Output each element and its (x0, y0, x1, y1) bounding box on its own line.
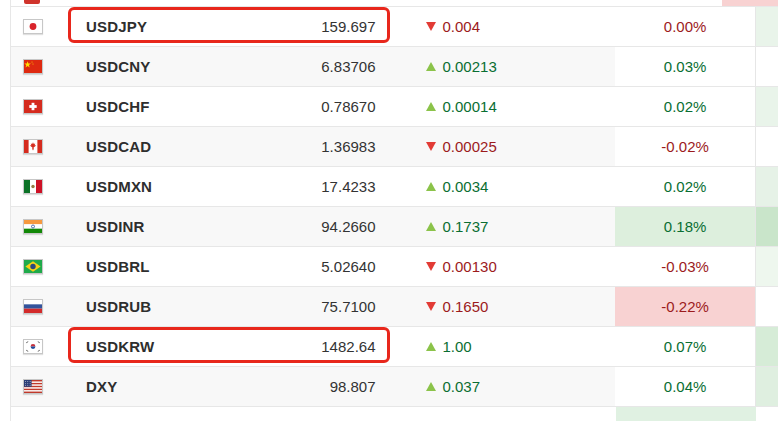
next-column-strip (755, 47, 778, 86)
pair-name[interactable]: USDCNY (61, 47, 236, 86)
pair-name[interactable]: USDJPY (61, 7, 236, 46)
change-percent: 0.18% (615, 207, 755, 246)
flag-cell (11, 247, 61, 286)
triangle-down-icon (426, 142, 436, 151)
triangle-up-icon (426, 182, 436, 191)
next-column-strip (755, 247, 778, 286)
last-price: 17.4233 (236, 167, 386, 206)
triangle-up-icon (426, 222, 436, 231)
change-value: 0.004 (443, 18, 481, 35)
flag-cell (11, 167, 61, 206)
change-percent: 0.02% (615, 167, 755, 206)
next-column-strip (755, 7, 778, 46)
triangle-down-icon (426, 22, 436, 31)
pair-name[interactable]: USDMXN (61, 167, 236, 206)
change-cell: 0.00130 (386, 247, 616, 286)
change-value: 0.037 (443, 378, 481, 395)
flag-usa-icon (23, 379, 43, 394)
flag-switzerland-icon (23, 99, 43, 114)
last-price: 0.78670 (236, 87, 386, 126)
change-value: 0.1650 (443, 298, 489, 315)
next-column-strip (755, 127, 778, 166)
flag-india-icon (23, 219, 43, 234)
next-column-strip (755, 167, 778, 206)
flag-cell (11, 207, 61, 246)
triangle-down-icon (426, 302, 436, 311)
change-cell: 0.1650 (386, 287, 616, 326)
triangle-up-icon (426, 382, 436, 391)
change-value: 0.00014 (443, 98, 497, 115)
table-row-usdmxn[interactable]: USDMXN17.42330.00340.02% (11, 167, 778, 207)
change-percent: -0.02% (615, 127, 755, 166)
change-cell: 0.037 (386, 367, 616, 406)
pair-name[interactable]: DXY (61, 367, 236, 406)
flag-russia-icon (23, 299, 43, 314)
partial-row-below (11, 407, 778, 421)
flag-cell (11, 87, 61, 126)
pair-name[interactable]: USDBRL (61, 247, 236, 286)
last-price: 5.02640 (236, 247, 386, 286)
next-column-strip (755, 207, 778, 246)
table-row-usdrub[interactable]: USDRUB75.71000.1650-0.22% (11, 287, 778, 327)
change-cell: 1.00 (386, 327, 616, 366)
flag-cell (11, 127, 61, 166)
change-cell: 0.0034 (386, 167, 616, 206)
change-value: 0.00025 (443, 138, 497, 155)
flag-china-icon (23, 59, 43, 74)
table-row-usdjpy[interactable]: USDJPY159.6970.0040.00% (11, 7, 778, 47)
change-value: 0.00213 (443, 58, 497, 75)
forex-rates-table: USDJPY159.6970.0040.00%USDCNY6.837060.00… (10, 0, 778, 421)
pair-name[interactable]: USDKRW (61, 327, 236, 366)
pair-name[interactable]: USDRUB (61, 287, 236, 326)
last-price: 1482.64 (236, 327, 386, 366)
change-percent: 0.03% (615, 47, 755, 86)
change-cell: 0.00213 (386, 47, 616, 86)
partial-flag-icon (24, 0, 40, 4)
change-value: 0.0034 (443, 178, 489, 195)
table-row-dxy[interactable]: DXY98.8070.0370.04% (11, 367, 778, 407)
triangle-up-icon (426, 342, 436, 351)
flag-south-korea-icon (23, 339, 43, 354)
table-row-usdkrw[interactable]: USDKRW1482.641.000.07% (11, 327, 778, 367)
flag-japan-icon (23, 19, 43, 34)
last-price: 75.7100 (236, 287, 386, 326)
last-price: 159.697 (236, 7, 386, 46)
table-row-usdinr[interactable]: USDINR94.26600.17370.18% (11, 207, 778, 247)
partial-percent-cell-red (722, 0, 778, 6)
partial-percent-cell-green (616, 407, 756, 421)
table-row-usdcad[interactable]: USDCAD1.369830.00025-0.02% (11, 127, 778, 167)
change-percent: 0.02% (615, 87, 755, 126)
forex-rates-screenshot: USDJPY159.6970.0040.00%USDCNY6.837060.00… (0, 0, 778, 421)
next-column-strip (755, 87, 778, 126)
last-price: 94.2660 (236, 207, 386, 246)
pair-name[interactable]: USDINR (61, 207, 236, 246)
table-row-usdbrl[interactable]: USDBRL5.026400.00130-0.03% (11, 247, 778, 287)
flag-cell (11, 327, 61, 366)
change-percent: -0.03% (615, 247, 755, 286)
change-cell: 0.004 (386, 7, 616, 46)
flag-cell (11, 367, 61, 406)
next-column-strip (755, 367, 778, 406)
change-cell: 0.00014 (386, 87, 616, 126)
table-row-usdchf[interactable]: USDCHF0.786700.000140.02% (11, 87, 778, 127)
flag-cell (11, 7, 61, 46)
change-value: 1.00 (443, 338, 472, 355)
flag-mexico-icon (23, 179, 43, 194)
change-percent: 0.00% (615, 7, 755, 46)
change-value: 0.00130 (443, 258, 497, 275)
pair-name[interactable]: USDCAD (61, 127, 236, 166)
pair-name[interactable]: USDCHF (61, 87, 236, 126)
next-column-strip (755, 327, 778, 366)
fx-table-body: USDJPY159.6970.0040.00%USDCNY6.837060.00… (11, 7, 778, 407)
last-price: 1.36983 (236, 127, 386, 166)
next-column-strip (755, 287, 778, 326)
change-cell: 0.1737 (386, 207, 616, 246)
triangle-up-icon (426, 62, 436, 71)
table-row-usdcny[interactable]: USDCNY6.837060.002130.03% (11, 47, 778, 87)
triangle-up-icon (426, 102, 436, 111)
flag-cell (11, 47, 61, 86)
flag-cell (11, 287, 61, 326)
change-percent: -0.22% (615, 287, 755, 326)
triangle-down-icon (426, 262, 436, 271)
flag-brazil-icon (23, 259, 43, 274)
